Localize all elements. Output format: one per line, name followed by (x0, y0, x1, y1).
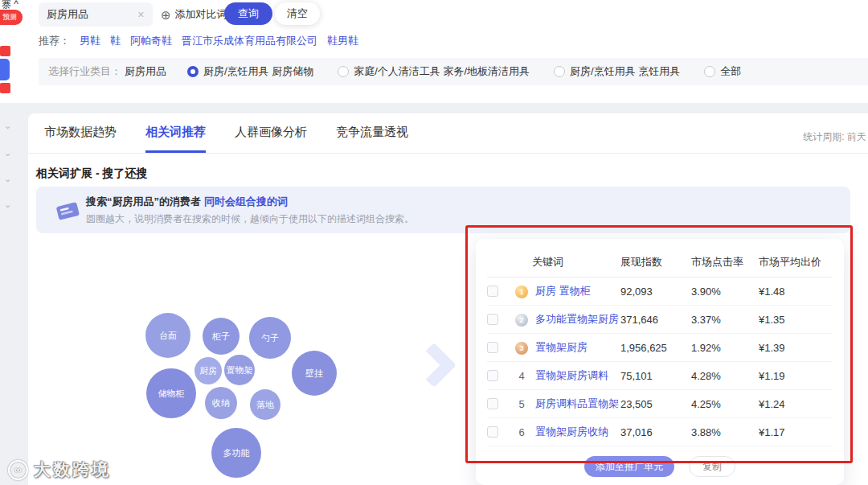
row-checkbox[interactable] (487, 426, 498, 438)
rail-red-tag2-icon[interactable] (0, 83, 10, 93)
column-header: 关键词 (532, 255, 620, 269)
column-header: 市场点击率 (691, 255, 759, 269)
row-checkbox[interactable] (487, 398, 498, 409)
avg-cpc-value: ¥1.39 (759, 342, 833, 354)
keyword-bubble[interactable]: 多功能 (211, 428, 261, 478)
rank-medal-bronze-icon: 3 (515, 342, 528, 355)
market-ctr-value: 1.92% (691, 342, 759, 354)
keyword-link[interactable]: 置物架厨房 (532, 340, 620, 355)
watermark-text: 大数跨境 (34, 458, 111, 481)
copy-button[interactable]: 复制 (689, 456, 735, 477)
related-keywords-table: 关键词展现指数市场点击率市场平均出价 1厨房 置物柜92,0933.90%¥1.… (476, 239, 844, 485)
rank-cell: 2 (511, 313, 532, 327)
column-header: 市场平均出价 (759, 255, 833, 269)
market-ctr-value: 3.90% (691, 286, 759, 298)
keyword-bubble[interactable]: 台面 (145, 313, 190, 358)
rail-red-tag-icon[interactable] (0, 46, 10, 56)
impression-index-value: 23,505 (620, 398, 691, 410)
add-to-promotion-button[interactable]: 添加至推广单元 (584, 456, 674, 477)
avg-cpc-value: ¥1.19 (759, 370, 833, 382)
row-checkbox[interactable] (487, 286, 498, 297)
rank-medal-silver-icon: 2 (515, 314, 528, 327)
keyword-bubble[interactable]: 落地 (250, 389, 280, 420)
row-checkbox[interactable] (487, 314, 498, 325)
impression-index-value: 75,101 (620, 370, 691, 382)
market-ctr-value: 3.37% (691, 314, 759, 326)
keyword-bubble[interactable]: 收纳 (205, 387, 237, 419)
table-footer: 添加至推广单元 复制 (476, 456, 844, 477)
table-row: 6置物架厨房收纳37,0163.88%¥1.17 (487, 418, 833, 446)
keyword-bubble[interactable]: 柜子 (203, 318, 240, 355)
impression-index-value: 37,016 (620, 426, 691, 438)
avg-cpc-value: ¥1.48 (759, 286, 833, 298)
keyword-link[interactable]: 置物架厨房收纳 (532, 425, 620, 439)
keyword-bubble[interactable]: 勺子 (249, 317, 291, 359)
market-ctr-value: 4.25% (691, 398, 759, 410)
table-row: 2多功能置物架厨房371,6463.37%¥1.35 (487, 306, 833, 334)
keyword-bubble[interactable]: 储物柜 (146, 368, 196, 418)
avg-cpc-value: ¥1.17 (759, 426, 833, 438)
keyword-link[interactable]: 厨房调料品置物架 (532, 397, 620, 411)
rank-cell: 6 (511, 426, 532, 438)
rank-cell: 4 (511, 370, 532, 382)
keyword-link[interactable]: 置物架厨房调料 (532, 368, 620, 383)
rail-red-badge[interactable]: 预测 (0, 10, 23, 25)
rail-blue-tab[interactable] (0, 59, 10, 80)
avg-cpc-value: ¥1.24 (759, 398, 833, 410)
table-row: 4置物架厨房调料75,1014.28%¥1.19 (487, 362, 833, 390)
keyword-bubble[interactable]: 厨房 (194, 357, 222, 384)
table-row: 5厨房调料品置物架23,5054.25%¥1.24 (487, 390, 833, 418)
table-row: 3置物架厨房1,956,6251.92%¥1.39 (487, 334, 833, 362)
row-checkbox[interactable] (487, 342, 498, 353)
column-header: 展现指数 (620, 255, 691, 269)
keyword-bubble[interactable]: 壁挂 (292, 351, 337, 396)
market-ctr-value: 3.88% (691, 426, 759, 438)
rank-cell: 1 (511, 285, 532, 298)
keyword-link[interactable]: 多功能置物架厨房 (532, 312, 620, 327)
rank-medal-gold-icon: 1 (515, 286, 528, 298)
rank-cell: 5 (511, 398, 532, 410)
market-ctr-value: 4.28% (691, 370, 759, 382)
avg-cpc-value: ¥1.35 (759, 314, 833, 326)
row-checkbox[interactable] (487, 370, 498, 381)
rank-cell: 3 (511, 341, 532, 355)
impression-index-value: 371,646 (620, 314, 691, 326)
keyword-bubble[interactable]: 置物架 (224, 355, 255, 385)
impression-index-value: 1,956,625 (620, 342, 691, 354)
watermark-logo-icon: ∞ (8, 460, 28, 480)
table-header-row: 关键词展现指数市场点击率市场平均出价 (487, 247, 833, 277)
watermark: ∞ 大数跨境 (8, 458, 111, 481)
impression-index-value: 92,093 (620, 286, 691, 298)
keyword-link[interactable]: 厨房 置物柜 (532, 284, 620, 298)
table-row: 1厨房 置物柜92,0933.90%¥1.48 (487, 277, 833, 306)
